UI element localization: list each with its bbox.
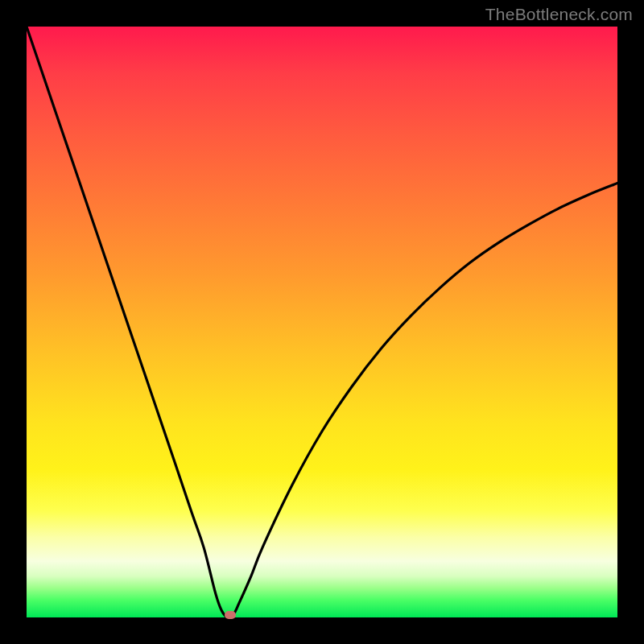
curve-path <box>27 27 617 617</box>
watermark-text: TheBottleneck.com <box>485 5 633 24</box>
chart-frame: TheBottleneck.com <box>0 0 644 644</box>
optimal-point-marker <box>225 611 236 619</box>
bottleneck-curve <box>27 27 617 617</box>
